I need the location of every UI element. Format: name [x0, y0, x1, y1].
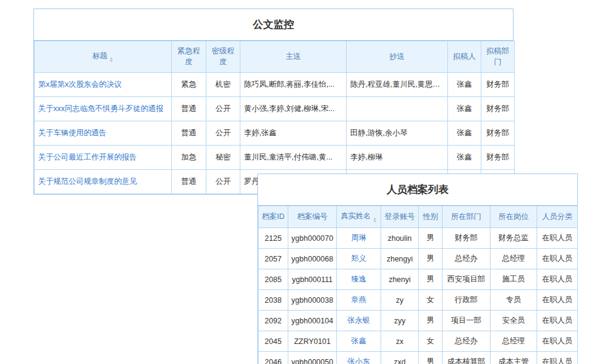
- real-name-cell: 章燕: [337, 290, 381, 311]
- personnel-archive-title: 人员档案列表: [258, 174, 577, 206]
- person-name-link[interactable]: 张鑫: [351, 337, 367, 345]
- person-name-link[interactable]: 郑义: [351, 254, 367, 263]
- archive-id-cell: 2085: [259, 269, 288, 290]
- table-row: 第x届第x次股东会的决议 紧急 机密 陈巧凤,断郎,蒋丽,李佳怡,... 陈丹,…: [35, 73, 515, 97]
- main-send-cell: 董川民,童清平,付伟璐,黄...: [240, 146, 347, 170]
- post-cell: 安全员: [490, 311, 537, 331]
- personnel-archive-table: 档案ID 档案编号 真实姓名▲▼ 登录账号 性别 所在部门 所在岗位 人员分类 …: [258, 206, 578, 364]
- doc-title-cell: 第x届第x次股东会的决议: [35, 73, 172, 97]
- sort-icon[interactable]: ▲▼: [109, 56, 114, 62]
- archive-id-cell: 2038: [259, 290, 288, 311]
- urgency-cell: 普通: [172, 121, 206, 146]
- gender-cell: 男: [419, 249, 443, 269]
- doc-title-link[interactable]: 第x届第x次股东会的决议: [38, 80, 122, 89]
- table-row: 关于公司最近工作开展的报告 加急 秘密 董川民,童清平,付伟璐,黄... 李婷,…: [35, 146, 515, 170]
- doc-title-cell: 关于xxx同志临危不惧勇斗歹徒的通报: [35, 97, 172, 121]
- gender-cell: 男: [419, 352, 443, 364]
- person-col-post: 所在岗位: [490, 206, 537, 228]
- dept-cell: 总经办: [443, 249, 490, 269]
- real-name-cell: 张鑫: [337, 331, 381, 352]
- person-col-archive-no: 档案编号: [288, 206, 337, 228]
- doc-col-title[interactable]: 标题▲▼: [35, 41, 172, 73]
- drafter-cell: 张鑫: [448, 146, 481, 170]
- dept-cell: 财务部: [481, 73, 515, 97]
- real-name-cell: 臻逸: [337, 269, 381, 290]
- dept-cell: 财务部: [481, 121, 515, 146]
- main-send-cell: 黄小强,李婷,刘健,柳琳,宋...: [240, 97, 347, 121]
- secrecy-cell: 公开: [206, 170, 240, 194]
- person-col-real-name-label: 真实姓名: [341, 212, 371, 220]
- person-col-category: 人员分类: [537, 206, 578, 228]
- person-name-link[interactable]: 周琳: [351, 234, 367, 242]
- document-monitor-table: 标题▲▼ 紧急程度 密级程度 主送 抄送 拟稿人 拟稿部门 第x届第x次股东会的…: [34, 41, 515, 194]
- real-name-cell: 张小东: [337, 352, 381, 364]
- person-col-real-name[interactable]: 真实姓名▲▼: [337, 206, 381, 228]
- document-monitor-panel: 公文监控 标题▲▼ 紧急程度 密级程度 主送 抄送 拟稿人 拟稿部门 第x届第x…: [33, 8, 514, 195]
- category-cell: 在职人员: [537, 249, 578, 269]
- table-row: 2046 ygbh000050 张小东 zxd 男 成本核算部 成本主管 在职人…: [259, 352, 578, 364]
- dept-cell: 行政部: [443, 290, 490, 311]
- archive-no-cell: ygbh000070: [288, 228, 337, 249]
- archive-id-cell: 2092: [259, 311, 288, 331]
- doc-col-main-send: 主送: [240, 41, 347, 73]
- real-name-cell: 周琳: [337, 228, 381, 249]
- drafter-cell: 张鑫: [448, 97, 481, 121]
- dept-cell: 成本核算部: [443, 352, 490, 364]
- doc-col-secrecy: 密级程度: [206, 41, 240, 73]
- person-name-link[interactable]: 张永银: [347, 316, 370, 325]
- account-cell: zy: [381, 290, 419, 311]
- real-name-cell: 郑义: [337, 249, 381, 269]
- doc-title-link[interactable]: 关于车辆使用的通告: [38, 129, 107, 137]
- archive-no-cell: ygbh000104: [288, 311, 337, 331]
- drafter-cell: 张鑫: [448, 73, 481, 97]
- urgency-cell: 紧急: [172, 73, 206, 97]
- sort-desc-icon: ▼: [373, 220, 377, 223]
- table-row: 2045 ZZRY0101 张鑫 zx 女 总经办 总经理 在职人员: [259, 331, 578, 352]
- person-name-link[interactable]: 张小东: [347, 357, 370, 364]
- category-cell: 在职人员: [537, 331, 578, 352]
- drafter-cell: 张鑫: [448, 121, 481, 146]
- secrecy-cell: 公开: [206, 121, 240, 146]
- secrecy-cell: 机密: [206, 73, 240, 97]
- dept-cell: 总经办: [443, 331, 490, 352]
- post-cell: 总经理: [490, 249, 537, 269]
- archive-no-cell: ygbh000068: [288, 249, 337, 269]
- doc-title-link[interactable]: 关于xxx同志临危不惧勇斗歹徒的通报: [38, 104, 163, 113]
- account-cell: zhengyi: [381, 249, 419, 269]
- archive-id-cell: 2045: [259, 331, 288, 352]
- doc-col-copy-send: 抄送: [347, 41, 448, 73]
- gender-cell: 男: [419, 228, 443, 249]
- copy-send-cell: 李婷,柳琳: [347, 146, 448, 170]
- post-cell: 专员: [490, 290, 537, 311]
- post-cell: 施工员: [490, 269, 537, 290]
- doc-title-link[interactable]: 关于规范公司规章制度的意见: [38, 177, 137, 186]
- urgency-cell: 普通: [172, 170, 206, 194]
- doc-title-cell: 关于公司最近工作开展的报告: [35, 146, 172, 170]
- secrecy-cell: 公开: [206, 97, 240, 121]
- gender-cell: 女: [419, 290, 443, 311]
- archive-no-cell: ygbh000111: [288, 269, 337, 290]
- doc-header-row: 标题▲▼ 紧急程度 密级程度 主送 抄送 拟稿人 拟稿部门: [35, 41, 515, 73]
- person-name-link[interactable]: 臻逸: [351, 275, 367, 283]
- post-cell: 总经理: [490, 331, 537, 352]
- sort-icon[interactable]: ▲▼: [373, 217, 377, 223]
- account-cell: zxd: [381, 352, 419, 364]
- copy-send-cell: [347, 97, 448, 121]
- table-row: 2092 ygbh000104 张永银 zyy 男 项目一部 安全员 在职人员: [259, 311, 578, 331]
- gender-cell: 男: [419, 311, 443, 331]
- dept-cell: 财务部: [481, 97, 515, 121]
- urgency-cell: 普通: [172, 97, 206, 121]
- account-cell: zx: [381, 331, 419, 352]
- person-name-link[interactable]: 章燕: [351, 295, 367, 304]
- archive-no-cell: ygbh000050: [288, 352, 337, 364]
- account-cell: zhoulin: [381, 228, 419, 249]
- account-cell: zyy: [381, 311, 419, 331]
- person-col-dept: 所在部门: [443, 206, 490, 228]
- doc-col-dept: 拟稿部门: [481, 41, 515, 73]
- personnel-archive-panel: 人员档案列表 档案ID 档案编号 真实姓名▲▼ 登录账号 性别 所在部门 所在岗…: [257, 174, 578, 364]
- main-send-cell: 李婷,张鑫: [240, 121, 347, 146]
- category-cell: 在职人员: [537, 290, 578, 311]
- person-col-account: 登录账号: [381, 206, 419, 228]
- doc-title-link[interactable]: 关于公司最近工作开展的报告: [38, 153, 137, 161]
- table-row: 2057 ygbh000068 郑义 zhengyi 男 总经办 总经理 在职人…: [259, 249, 578, 269]
